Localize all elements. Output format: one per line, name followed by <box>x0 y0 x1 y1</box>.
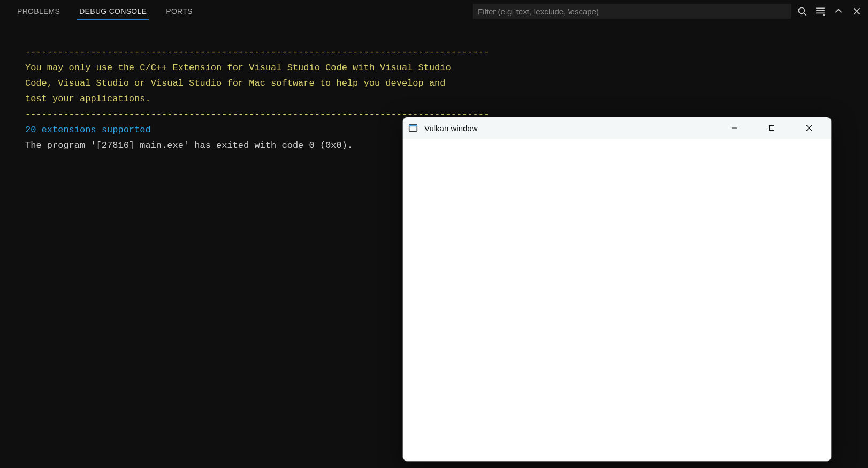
vulkan-window-titlebar[interactable]: Vulkan window <box>403 117 831 139</box>
svg-point-0 <box>798 7 804 13</box>
tab-debug-console[interactable]: DEBUG CONSOLE <box>77 3 149 20</box>
minimize-button[interactable] <box>715 117 753 139</box>
app-window-icon <box>408 123 418 133</box>
panel-tabs: PROBLEMS DEBUG CONSOLE PORTS <box>15 0 195 22</box>
filter-lines-icon[interactable] <box>814 5 826 17</box>
chevron-up-icon[interactable] <box>833 5 844 17</box>
console-line-exit: The program '[27816] main.exe' has exite… <box>25 140 353 150</box>
close-panel-icon[interactable] <box>851 5 863 17</box>
svg-rect-10 <box>409 125 417 126</box>
caption-buttons <box>715 117 828 139</box>
maximize-button[interactable] <box>753 117 790 139</box>
console-line-extensions: 20 extensions supported <box>25 125 151 135</box>
console-line: Code, Visual Studio or Visual Studio for… <box>25 78 446 88</box>
svg-line-1 <box>804 13 806 16</box>
svg-rect-12 <box>770 126 774 131</box>
vulkan-window-body <box>403 139 831 461</box>
vulkan-window-title: Vulkan window <box>424 124 478 133</box>
panel-actions <box>796 5 863 17</box>
console-line: You may only use the C/C++ Extension for… <box>25 63 451 73</box>
filter-input[interactable] <box>473 4 791 19</box>
close-button[interactable] <box>790 117 828 139</box>
vulkan-window[interactable]: Vulkan window <box>402 117 832 462</box>
search-icon[interactable] <box>796 5 808 17</box>
panel-header: PROBLEMS DEBUG CONSOLE PORTS <box>0 0 868 22</box>
tab-problems[interactable]: PROBLEMS <box>15 3 62 20</box>
tab-ports[interactable]: PORTS <box>164 3 194 20</box>
console-line: test your applications. <box>25 94 151 104</box>
console-line: ----------------------------------------… <box>25 47 489 57</box>
